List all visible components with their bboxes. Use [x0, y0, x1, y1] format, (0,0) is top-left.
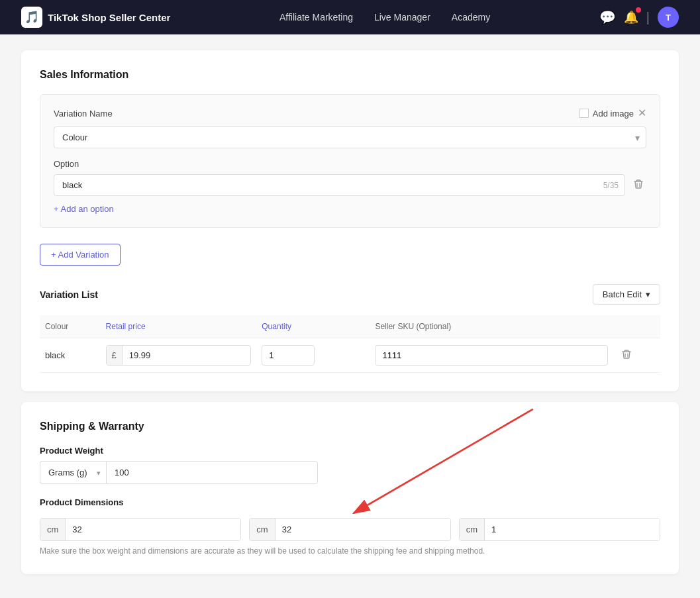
- main-content: Sales Information Variation Name Add ima…: [0, 34, 700, 598]
- sku-input[interactable]: [375, 345, 607, 366]
- row-price-cell: £: [101, 338, 257, 373]
- dimensions-section: Product Dimensions cm cm cm Make: [40, 497, 660, 556]
- col-actions: [613, 315, 660, 338]
- dim3-unit: cm: [460, 519, 485, 540]
- weight-row: Grams (g) ▾: [40, 461, 660, 484]
- close-variation-button[interactable]: ✕: [638, 108, 646, 119]
- col-colour: Colour: [40, 315, 101, 338]
- col-seller-sku: Seller SKU (Optional): [370, 315, 613, 338]
- variation-list-section: Variation List Batch Edit ▾ Colour Retai…: [40, 284, 660, 373]
- dim2-unit: cm: [250, 519, 275, 540]
- chat-icon[interactable]: 💬: [599, 9, 616, 25]
- table-row: black £: [40, 338, 660, 373]
- sales-section-title: Sales Information: [40, 69, 660, 81]
- trash-row-icon: [621, 349, 632, 360]
- logo: 🎵 TikTok Shop Seller Center: [21, 7, 170, 28]
- delete-row-button[interactable]: [619, 346, 634, 365]
- dim1-unit: cm: [40, 519, 66, 540]
- header-actions: 💬 🔔 | T: [599, 7, 679, 28]
- sales-information-card: Sales Information Variation Name Add ima…: [21, 50, 679, 391]
- option-input[interactable]: [54, 174, 625, 196]
- avatar[interactable]: T: [658, 7, 679, 28]
- dim2-wrapper: cm: [249, 518, 450, 541]
- row-delete-cell: [613, 338, 660, 373]
- col-quantity: Quantity: [256, 315, 370, 338]
- dim1-wrapper: cm: [40, 518, 241, 541]
- variation-table: Colour Retail price Quantity Seller SKU …: [40, 315, 660, 373]
- row-quantity-cell: [256, 338, 370, 373]
- weight-input[interactable]: [106, 461, 318, 484]
- nav-affiliate-marketing[interactable]: Affiliate Marketing: [279, 12, 353, 23]
- price-symbol: £: [107, 346, 123, 365]
- option-row: 5/35: [54, 174, 646, 196]
- weight-unit-select[interactable]: Grams (g): [40, 461, 106, 484]
- add-image-checkbox[interactable]: [579, 109, 589, 118]
- shipping-note: Make sure the box weight and dimensions …: [40, 546, 660, 556]
- notification-icon[interactable]: 🔔: [624, 10, 638, 25]
- weight-label: Product Weight: [40, 446, 660, 456]
- quantity-input[interactable]: [262, 345, 315, 366]
- add-image-label: Add image: [593, 109, 634, 119]
- trash-icon: [633, 179, 644, 189]
- variation-box: Variation Name Add image ✕ Colour ▾ Opti…: [40, 94, 660, 228]
- notification-badge: [636, 7, 641, 13]
- dim3-input[interactable]: [485, 519, 660, 540]
- dimensions-row: cm cm cm: [40, 518, 660, 541]
- main-nav: Affiliate Marketing Live Manager Academy: [197, 12, 572, 23]
- nav-academy[interactable]: Academy: [452, 12, 490, 23]
- unit-select-wrapper: Grams (g) ▾: [40, 461, 106, 484]
- row-sku-cell: [370, 338, 613, 373]
- variation-list-title: Variation List: [40, 289, 98, 300]
- dim1-input[interactable]: [66, 519, 240, 540]
- batch-edit-button[interactable]: Batch Edit ▾: [593, 284, 660, 305]
- separator: |: [646, 10, 650, 25]
- col-retail-price: Retail price: [101, 315, 257, 338]
- option-input-wrapper: 5/35: [54, 174, 625, 196]
- variation-list-header: Variation List Batch Edit ▾: [40, 284, 660, 305]
- nav-live-manager[interactable]: Live Manager: [374, 12, 430, 23]
- variation-name-label: Variation Name: [54, 109, 113, 119]
- option-label: Option: [54, 159, 646, 169]
- add-variation-button[interactable]: + Add Variation: [40, 244, 121, 266]
- option-count: 5/35: [603, 181, 619, 190]
- row-colour: black: [40, 338, 101, 373]
- dim3-wrapper: cm: [459, 518, 660, 541]
- header: 🎵 TikTok Shop Seller Center Affiliate Ma…: [0, 0, 700, 34]
- add-option-button[interactable]: + Add an option: [54, 204, 114, 214]
- shipping-card-wrapper: Shipping & Warranty Product Weight Grams…: [21, 402, 679, 574]
- shipping-section-title: Shipping & Warranty: [40, 421, 660, 432]
- variation-dropdown-wrapper: Colour ▾: [54, 126, 646, 148]
- table-header-row: Colour Retail price Quantity Seller SKU …: [40, 315, 660, 338]
- delete-option-button[interactable]: [630, 176, 646, 195]
- logo-text: TikTok Shop Seller Center: [48, 12, 170, 23]
- price-input-wrapper: £: [106, 345, 252, 366]
- tiktok-logo-icon: 🎵: [21, 7, 42, 28]
- dim2-input[interactable]: [275, 519, 450, 540]
- variation-header: Variation Name Add image ✕: [54, 108, 646, 119]
- add-image-row: Add image ✕: [579, 108, 646, 119]
- batch-edit-chevron-icon: ▾: [646, 289, 650, 299]
- variation-dropdown[interactable]: Colour: [54, 126, 646, 148]
- shipping-warranty-card: Shipping & Warranty Product Weight Grams…: [21, 402, 679, 574]
- price-input[interactable]: [123, 346, 182, 365]
- dimensions-label: Product Dimensions: [40, 497, 660, 507]
